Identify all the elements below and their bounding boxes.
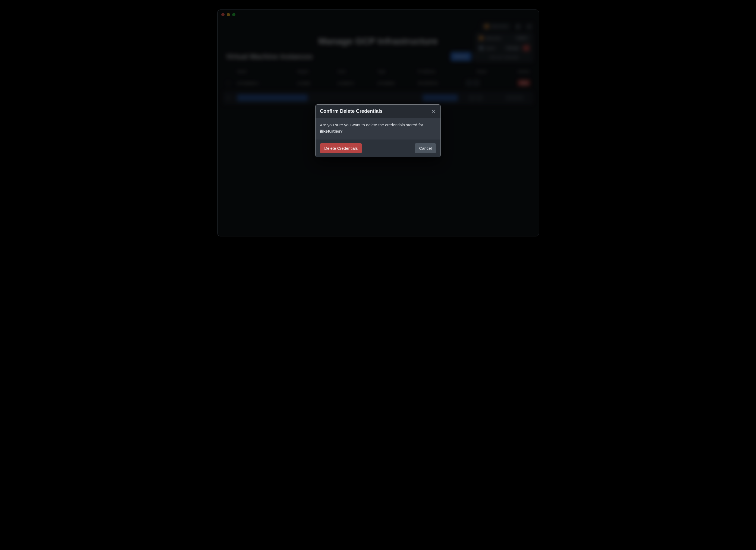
modal-body-suffix: ? bbox=[340, 129, 342, 133]
modal-target-name: iliketurtles bbox=[320, 129, 340, 133]
app-window: iliketurtles ◧ ◐ iliketurtles Switch adm… bbox=[217, 10, 539, 236]
modal-footer: Delete Credentials Cancel bbox=[316, 139, 440, 157]
close-icon[interactable] bbox=[431, 109, 436, 114]
confirm-delete-modal: Confirm Delete Credentials Are you sure … bbox=[315, 104, 441, 157]
modal-title: Confirm Delete Credentials bbox=[320, 108, 383, 114]
delete-credentials-button[interactable]: Delete Credentials bbox=[320, 143, 362, 153]
modal-body: Are you sure you want to delete the cred… bbox=[316, 118, 440, 139]
cancel-button[interactable]: Cancel bbox=[415, 143, 436, 153]
modal-overlay: Confirm Delete Credentials Are you sure … bbox=[218, 10, 539, 236]
modal-body-prefix: Are you sure you want to delete the cred… bbox=[320, 122, 423, 127]
modal-header: Confirm Delete Credentials bbox=[316, 105, 440, 118]
